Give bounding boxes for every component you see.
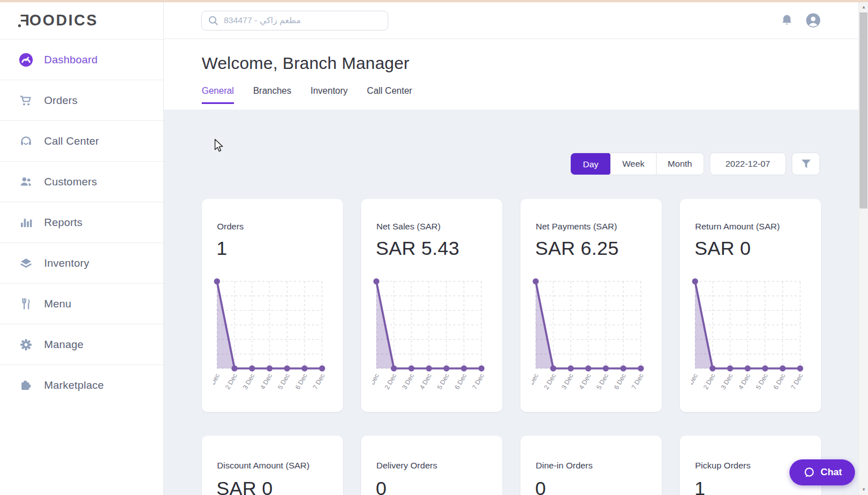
period-week-button[interactable]: Week [610, 153, 656, 175]
sidebar-item-call-center[interactable]: Call Center [0, 120, 163, 161]
search-icon [208, 15, 219, 26]
bar-chart-icon [19, 215, 33, 230]
svg-text:3 Dec: 3 Dec [241, 372, 256, 390]
tab-call-center[interactable]: Call Center [367, 86, 412, 104]
foodics-logo[interactable]: FOODICS [19, 12, 98, 29]
card-value: 1 [216, 237, 227, 259]
gear-icon [19, 337, 33, 352]
card-value: SAR 0 [216, 477, 273, 495]
card-value: 0 [376, 477, 387, 495]
svg-text:4 Dec: 4 Dec [418, 372, 433, 390]
tab-general[interactable]: General [202, 86, 234, 104]
dashboard-gauge-icon [19, 53, 33, 67]
card-title: Delivery Orders [376, 461, 437, 471]
tab-inventory[interactable]: Inventory [311, 86, 348, 104]
svg-text:6 Dec: 6 Dec [453, 372, 468, 390]
notification-bell-icon[interactable] [780, 14, 793, 28]
net-payments-chart: 1 Dec2 Dec3 Dec4 Dec5 Dec6 Dec7 Dec [532, 275, 648, 408]
chat-button[interactable]: Chat [789, 459, 855, 485]
scrollbar-down-arrow[interactable]: ▼ [859, 485, 868, 494]
card-value: 0 [535, 477, 546, 495]
sidebar-item-menu[interactable]: Menu [0, 283, 163, 324]
sidebar-item-manage[interactable]: Manage [0, 324, 163, 364]
sidebar-item-label: Menu [44, 298, 71, 310]
sidebar-item-label: Customers [44, 176, 97, 188]
card-value: SAR 5.43 [376, 237, 459, 259]
chat-bubble-icon [802, 466, 815, 479]
svg-text:7 Dec: 7 Dec [789, 372, 804, 390]
cart-icon [19, 93, 33, 108]
net-payments-card: Net Payments (SAR) SAR 6.25 1 Dec2 Dec3 … [520, 199, 662, 412]
top-loading-strip [0, 0, 868, 2]
tab-bar: General Branches Inventory Call Center [202, 86, 858, 104]
date-picker-button[interactable]: 2022-12-07 [710, 153, 786, 175]
sidebar-item-label: Orders [44, 94, 77, 107]
card-title: Return Amount (SAR) [695, 222, 780, 232]
sidebar: FOODICS Dashboard Orders Call Center Cus… [0, 2, 164, 495]
svg-text:1 Dec: 1 Dec [213, 372, 221, 390]
metric-cards-row-2: Discount Amount (SAR) SAR 0 Delivery Ord… [202, 436, 821, 495]
card-value: 1 [695, 477, 705, 495]
dashboard-content: Day Week Month 2022-12-07 Orders 1 1 Dec… [164, 110, 858, 495]
tab-branches[interactable]: Branches [253, 86, 292, 104]
sidebar-item-customers[interactable]: Customers [0, 161, 163, 202]
svg-text:5 Dec: 5 Dec [595, 372, 610, 390]
svg-text:3 Dec: 3 Dec [560, 372, 575, 390]
metric-cards-row-1: Orders 1 1 Dec2 Dec3 Dec4 Dec5 Dec6 Dec7… [202, 199, 821, 412]
return-amount-chart: 1 Dec2 Dec3 Dec4 Dec5 Dec6 Dec7 Dec [691, 275, 808, 408]
svg-text:4 Dec: 4 Dec [737, 372, 752, 390]
svg-text:7 Dec: 7 Dec [311, 372, 326, 390]
chat-button-label: Chat [821, 467, 842, 478]
branch-search[interactable] [201, 11, 388, 31]
delivery-orders-card: Delivery Orders 0 [361, 436, 502, 495]
svg-text:2 Dec: 2 Dec [542, 372, 557, 390]
filter-button[interactable] [792, 153, 820, 175]
topbar [164, 2, 858, 39]
svg-text:1 Dec: 1 Dec [691, 372, 699, 390]
card-value: SAR 6.25 [535, 237, 619, 259]
card-value: SAR 0 [695, 237, 751, 259]
svg-text:3 Dec: 3 Dec [719, 372, 734, 390]
sidebar-item-marketplace[interactable]: Marketplace [0, 364, 163, 405]
sidebar-item-reports[interactable]: Reports [0, 202, 163, 242]
search-input[interactable] [224, 16, 381, 25]
user-avatar-icon[interactable] [805, 12, 821, 28]
orders-chart: 1 Dec2 Dec3 Dec4 Dec5 Dec6 Dec7 Dec [213, 275, 329, 408]
svg-text:6 Dec: 6 Dec [294, 372, 309, 390]
svg-text:5 Dec: 5 Dec [436, 372, 450, 390]
net-sales-card: Net Sales (SAR) SAR 5.43 1 Dec2 Dec3 Dec… [361, 199, 502, 412]
svg-text:6 Dec: 6 Dec [613, 372, 627, 390]
orders-card: Orders 1 1 Dec2 Dec3 Dec4 Dec5 Dec6 Dec7… [202, 199, 343, 412]
period-month-button[interactable]: Month [656, 153, 704, 175]
return-amount-card: Return Amount (SAR) SAR 0 1 Dec2 Dec3 De… [680, 199, 821, 412]
funnel-icon [801, 159, 811, 169]
logo-row: FOODICS [0, 2, 163, 39]
page-title: Welcome, Branch Manager [202, 54, 858, 73]
sidebar-item-label: Manage [44, 338, 84, 351]
sidebar-item-dashboard[interactable]: Dashboard [0, 39, 163, 80]
period-day-button[interactable]: Day [570, 153, 611, 175]
card-title: Pickup Orders [695, 461, 750, 471]
dine-in-orders-card: Dine-in Orders 0 [520, 436, 662, 495]
layers-icon [19, 256, 33, 271]
card-title: Net Payments (SAR) [536, 222, 617, 232]
period-segmented-control: Day Week Month [570, 153, 704, 175]
svg-text:1 Dec: 1 Dec [532, 372, 540, 390]
card-title: Dine-in Orders [536, 461, 593, 471]
period-controls: Day Week Month 2022-12-07 [570, 153, 820, 175]
net-sales-chart: 1 Dec2 Dec3 Dec4 Dec5 Dec6 Dec7 Dec [372, 275, 489, 408]
svg-text:5 Dec: 5 Dec [754, 372, 769, 390]
scrollbar-thumb[interactable] [860, 12, 867, 209]
scrollbar-up-arrow[interactable]: ▲ [859, 2, 868, 12]
utensils-icon [19, 297, 33, 311]
main-area: Welcome, Branch Manager General Branches… [164, 39, 858, 495]
sidebar-item-label: Dashboard [44, 54, 98, 66]
sidebar-item-label: Reports [44, 216, 83, 229]
card-title: Orders [217, 222, 244, 232]
sidebar-item-inventory[interactable]: Inventory [0, 242, 163, 283]
people-icon [19, 175, 33, 189]
sidebar-item-orders[interactable]: Orders [0, 80, 163, 120]
sidebar-item-label: Marketplace [44, 379, 104, 392]
svg-text:2 Dec: 2 Dec [383, 372, 398, 390]
puzzle-icon [19, 378, 33, 393]
